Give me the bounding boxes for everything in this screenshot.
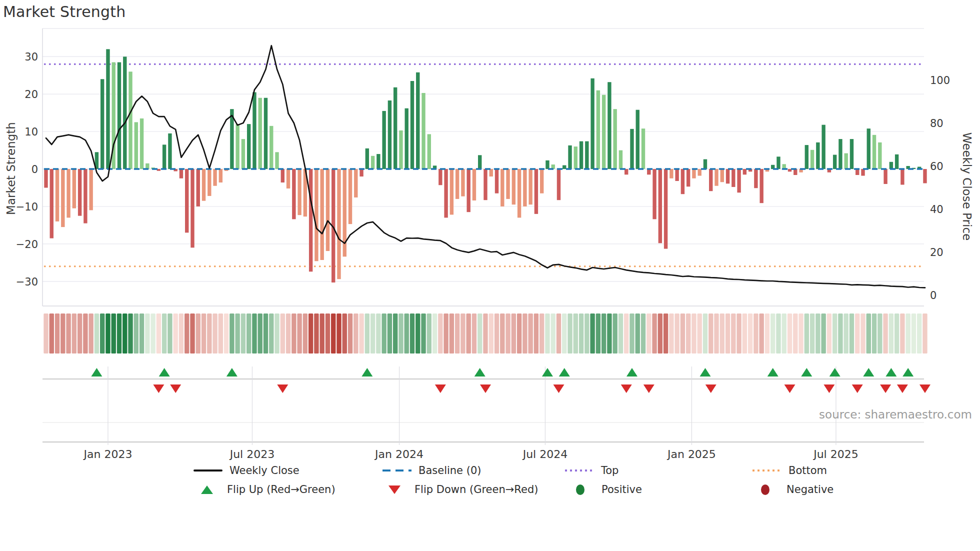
heatmap-cell (50, 314, 54, 354)
heatmap-cell (354, 314, 358, 354)
strength-bar (692, 169, 696, 178)
strength-bar (456, 169, 459, 199)
heatmap-cell (348, 314, 352, 354)
heatmap-cell (100, 314, 104, 354)
flip-up-marker (474, 368, 486, 376)
heatmap-cell (156, 314, 161, 354)
weekly-close-line (46, 46, 925, 288)
x-tick-label: Jul 2024 (522, 448, 568, 460)
strength-bar (512, 169, 516, 204)
strength-bar (737, 169, 740, 192)
heatmap-cell (427, 314, 432, 354)
strength-bar (360, 169, 363, 176)
heatmap-cell (78, 314, 82, 354)
y-tick-label: 100 (930, 74, 950, 86)
heatmap-cell (664, 314, 668, 354)
strength-bar (760, 169, 763, 203)
heatmap-cell (438, 314, 442, 354)
strength-bar (219, 169, 222, 182)
strength-bar (416, 72, 420, 169)
strength-bar (252, 92, 256, 169)
strength-bar (630, 129, 634, 169)
heatmap-cell (556, 314, 561, 354)
heatmap-cell (703, 314, 708, 354)
legend-label: Weekly Close (230, 464, 300, 476)
heatmap-cell (534, 314, 538, 354)
strength-bar (478, 155, 482, 169)
heatmap-cell (776, 314, 780, 354)
x-tick-label: Jan 2024 (374, 448, 424, 460)
strength-bar (867, 128, 870, 169)
heatmap-cell (207, 314, 212, 354)
heatmap-cell (252, 314, 256, 354)
heatmap-cell (900, 314, 904, 354)
heatmap-cell (804, 314, 809, 354)
heatmap-cell (202, 314, 206, 354)
strength-bar (506, 169, 510, 199)
heatmap-cell (754, 314, 758, 354)
flip-up-marker (902, 368, 914, 376)
heatmap-cell (134, 314, 138, 354)
y-tick-label: 20 (24, 88, 38, 100)
heatmap-cell (680, 314, 685, 354)
strength-bar (754, 169, 758, 188)
heatmap-cell (320, 314, 324, 354)
heatmap-cell (173, 314, 178, 354)
strength-bar (309, 169, 312, 272)
heatmap-cell (478, 314, 482, 354)
strength-bar (743, 169, 746, 174)
heatmap-cell (844, 314, 848, 354)
y-tick-label: 20 (930, 246, 944, 258)
flip-up-marker (801, 368, 812, 376)
strength-bar (44, 169, 48, 188)
heatmap-cell (140, 314, 144, 354)
strength-bar (861, 169, 864, 176)
heatmap-cell (122, 314, 127, 354)
heatmap-cell (686, 314, 690, 354)
legend-label: Flip Down (Green→Red) (414, 484, 538, 496)
heatmap-cell (596, 314, 600, 354)
heatmap-cell (630, 314, 634, 354)
strength-bar (292, 169, 296, 219)
heatmap-cell (692, 314, 696, 354)
strength-bar (348, 169, 352, 224)
y-tick-label: −30 (16, 276, 38, 288)
heatmap-cell (545, 314, 550, 354)
x-tick-label: Jul 2023 (229, 448, 275, 460)
heatmap-cell (810, 314, 814, 354)
flip-up-marker (886, 368, 896, 376)
strength-bar (134, 122, 138, 169)
heatmap-cell (280, 314, 285, 354)
heatmap-cell (765, 314, 770, 354)
heatmap-cell (162, 314, 166, 354)
heatmap-cell (607, 314, 612, 354)
heatmap-cell (821, 314, 826, 354)
heatmap-cell (816, 314, 820, 354)
heatmap-cell (342, 314, 347, 354)
strength-bar (394, 88, 397, 169)
strength-bar (562, 166, 566, 169)
strength-bar (664, 169, 668, 249)
heatmap-cell (460, 314, 465, 354)
strength-bar (732, 169, 735, 187)
strength-bar (585, 142, 588, 169)
strength-bar (428, 134, 431, 169)
heatmap-cell (472, 314, 476, 354)
strength-bar (106, 49, 110, 169)
heatmap-cell (838, 314, 842, 354)
flip-down-marker (153, 384, 164, 393)
heatmap-cell (393, 314, 398, 354)
heatmap-cell (551, 314, 556, 354)
heatmap-cell (410, 314, 414, 354)
heatmap-cell (602, 314, 606, 354)
heatmap-cell (574, 314, 578, 354)
heatmap-cell (770, 314, 775, 354)
heatmap-cell (624, 314, 628, 354)
strength-bar (534, 169, 538, 214)
heatmap-cell (432, 314, 437, 354)
heatmap-cell (184, 314, 189, 354)
strength-bar (286, 169, 290, 188)
heatmap-cell (860, 314, 865, 354)
strength-bar (608, 82, 611, 169)
heatmap-cell (798, 314, 803, 354)
